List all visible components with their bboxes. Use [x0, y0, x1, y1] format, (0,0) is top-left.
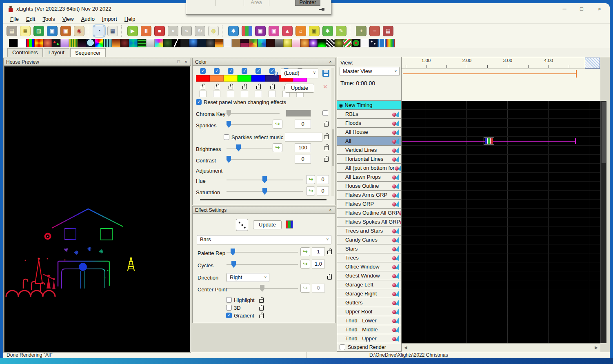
- brightness-update-icon[interactable]: [273, 143, 282, 152]
- effect-button-32[interactable]: [275, 39, 283, 47]
- palette-checkbox-4[interactable]: [242, 68, 247, 74]
- direction-lock-icon[interactable]: [327, 274, 332, 280]
- show-directory-icon[interactable]: ▤: [7, 26, 17, 36]
- effect-button-2[interactable]: [18, 39, 26, 47]
- grid-row-flakes-grp[interactable]: [402, 200, 600, 209]
- house-preview-canvas[interactable]: [4, 66, 190, 352]
- hue-update-icon[interactable]: [306, 175, 315, 184]
- effect-button-38[interactable]: [326, 39, 335, 47]
- effect-button-4[interactable]: [35, 39, 43, 47]
- render-all-icon[interactable]: ◉: [74, 26, 84, 36]
- grid-row-third-lower[interactable]: [402, 316, 600, 325]
- save-as-sequence-icon[interactable]: ▣: [60, 26, 71, 36]
- effect-button-40[interactable]: [343, 39, 352, 47]
- palette-rep-slider[interactable]: [227, 249, 298, 256]
- effect-button-20[interactable]: [172, 39, 180, 47]
- effect-button-28[interactable]: [240, 39, 249, 47]
- track-row-garage-right[interactable]: Garage Right: [337, 289, 402, 298]
- effect-button-6[interactable]: [52, 39, 60, 47]
- suspend-render-checkbox[interactable]: [340, 344, 345, 350]
- effect-button-8[interactable]: [69, 39, 78, 47]
- effect-button-17[interactable]: [146, 39, 155, 47]
- grid-vscrollbar[interactable]: [600, 101, 606, 343]
- effect-button-12[interactable]: [103, 39, 112, 47]
- saturation-slider[interactable]: [227, 188, 303, 195]
- grid-row-rbls[interactable]: [402, 110, 600, 119]
- grid-row-guest-window[interactable]: [402, 271, 600, 280]
- grid-row-garage-left[interactable]: [402, 280, 600, 289]
- menu-edit[interactable]: Edit: [22, 15, 39, 23]
- menu-import[interactable]: Import: [98, 15, 121, 23]
- effect-button-44[interactable]: [378, 39, 386, 47]
- reset-panel-checkbox[interactable]: [196, 99, 202, 105]
- track-row-office-window[interactable]: Office Window: [337, 262, 402, 271]
- track-row-flakes-arms-grp[interactable]: Flakes Arms GRP: [337, 191, 402, 200]
- cycles-value[interactable]: 1.0: [312, 260, 325, 269]
- palette-spinbox[interactable]: [227, 91, 234, 97]
- fast-forward-icon[interactable]: »: [181, 26, 192, 36]
- floating-tools-toolbar[interactable]: Area Pointer: [186, 0, 331, 15]
- track-row-third-upper[interactable]: Third - Upper: [337, 334, 402, 343]
- chroma-color-swatch[interactable]: [286, 110, 311, 117]
- lights-toggle-icon[interactable]: ◍: [208, 26, 219, 36]
- pointer-tool-button[interactable]: Pointer: [295, 0, 320, 6]
- effect-button-21[interactable]: [180, 39, 189, 47]
- pause-icon[interactable]: Ⅱ: [141, 26, 151, 36]
- output-lights-icon[interactable]: ▦: [107, 26, 118, 36]
- palette-spinbox[interactable]: [199, 91, 207, 97]
- zoom-in-icon[interactable]: +: [356, 26, 366, 36]
- rewind-icon[interactable]: «: [168, 26, 178, 36]
- scroll-right-icon[interactable]: ▶: [595, 345, 598, 350]
- effect-button-34[interactable]: [292, 39, 300, 47]
- palette-shuffle-icon[interactable]: ↻: [273, 69, 278, 78]
- effect-update-button[interactable]: Update: [253, 220, 282, 229]
- palette-swatch-5[interactable]: [251, 75, 265, 82]
- save-sequence-icon[interactable]: ▣: [47, 26, 58, 36]
- effect-button-9[interactable]: [78, 39, 86, 47]
- grid-row-stars[interactable]: [402, 244, 600, 253]
- hue-value[interactable]: 0: [317, 175, 329, 184]
- menu-help[interactable]: Help: [121, 15, 139, 23]
- sparkles-music-lock-icon[interactable]: [324, 133, 329, 139]
- sparkles-lock-icon[interactable]: [324, 121, 329, 127]
- contrast-lock-icon[interactable]: [324, 156, 329, 162]
- effect-button-39[interactable]: [335, 39, 343, 47]
- effect-button-13[interactable]: [112, 39, 120, 47]
- color-panel-vscrollbar[interactable]: [331, 68, 334, 196]
- direction-dropdown[interactable]: Right: [227, 273, 269, 282]
- track-row-candy-canes[interactable]: Candy Canes: [337, 235, 402, 244]
- palette-spinbox[interactable]: [269, 91, 276, 97]
- replay-icon[interactable]: ↻: [195, 26, 205, 36]
- pin-icon[interactable]: [319, 7, 324, 11]
- effect-button-19[interactable]: [163, 39, 172, 47]
- effect-button-31[interactable]: [266, 39, 275, 47]
- grid-row-house-outline[interactable]: [402, 182, 600, 191]
- brightness-slider[interactable]: [227, 144, 272, 152]
- contrast-value[interactable]: 0: [295, 155, 311, 164]
- effect-button-24[interactable]: [206, 39, 215, 47]
- grid-row-all[interactable]: [402, 137, 600, 146]
- effect-type-dropdown[interactable]: Bars: [197, 235, 331, 244]
- effect-button-3[interactable]: [26, 39, 35, 47]
- panel-maximize-icon[interactable]: □: [175, 59, 182, 65]
- palette-rep-value[interactable]: 1: [312, 247, 325, 256]
- stop-icon[interactable]: ■: [154, 26, 165, 36]
- track-row-upper-roof[interactable]: Upper Roof: [337, 307, 402, 316]
- color-update-button[interactable]: Update: [285, 84, 314, 93]
- menu-tools[interactable]: Tools: [39, 15, 58, 23]
- color-manager-icon[interactable]: [242, 26, 252, 36]
- menu-file[interactable]: File: [7, 15, 22, 23]
- palette-lock-icon[interactable]: [215, 84, 219, 89]
- effect-settings-header[interactable]: Effect Settings ×: [193, 206, 335, 214]
- zoom-model-icon[interactable]: ▲: [282, 26, 293, 36]
- color-panel-header[interactable]: Color ×: [193, 58, 335, 66]
- scroll-left-icon[interactable]: ◀: [404, 345, 407, 350]
- highlight-checkbox[interactable]: [226, 297, 232, 303]
- effect-button-42[interactable]: [360, 39, 369, 47]
- palette-swatch-3[interactable]: [224, 75, 238, 82]
- track-row-new-timing[interactable]: ◉New Timing: [337, 101, 402, 110]
- effect-button-33[interactable]: [283, 39, 292, 47]
- effect-update-icon[interactable]: ✎: [336, 26, 346, 36]
- chroma-key-checkbox[interactable]: [322, 110, 328, 116]
- palette-rep-update-icon[interactable]: [300, 247, 310, 256]
